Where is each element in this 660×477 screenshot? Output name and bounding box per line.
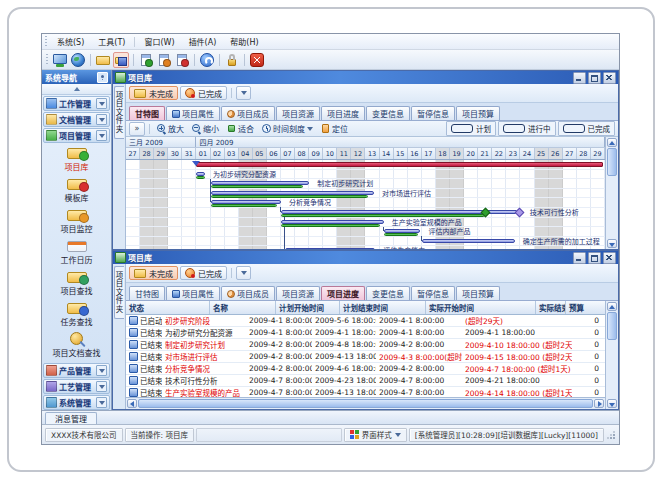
lock-icon[interactable] [224, 52, 240, 68]
close-button[interactable] [603, 72, 616, 84]
tab-message-management[interactable]: 消息管理 [45, 412, 97, 424]
sidebar-section-header[interactable]: 产品管理 [43, 363, 110, 378]
panel-tab[interactable]: 甘特图 [129, 286, 165, 300]
gantt-done-bar[interactable] [211, 204, 277, 207]
scroll-up-button[interactable] [607, 302, 617, 311]
gantt-tool-button[interactable]: 缩小 [189, 123, 222, 135]
sidebar-item[interactable]: 项目文档查找 [42, 331, 111, 358]
form-delete-icon[interactable] [174, 52, 190, 68]
gantt-done-bar[interactable] [281, 224, 380, 227]
panel-tab[interactable]: 项目属性 [166, 286, 220, 300]
scrollbar-thumb[interactable] [607, 148, 617, 176]
sidebar-section-header[interactable]: 工作管理 [43, 96, 110, 111]
sidebar-item[interactable]: 模板库 [42, 176, 111, 203]
form-edit-icon[interactable] [156, 52, 172, 68]
gantt-plan-bar[interactable] [196, 172, 204, 176]
gantt-plan-bar[interactable] [281, 220, 384, 224]
maximize-button[interactable] [588, 72, 601, 84]
sep[interactable] [194, 54, 195, 66]
gantt-plan-bar[interactable] [422, 239, 515, 243]
panel-tab[interactable]: 项目进度 [321, 286, 365, 300]
form-new-icon[interactable] [138, 52, 154, 68]
gantt-done-bar[interactable] [211, 185, 304, 188]
minimize-button[interactable] [573, 72, 586, 84]
sidebar-section-header[interactable]: 工艺管理 [43, 379, 110, 394]
table-window-titlebar[interactable]: 项目库 [113, 251, 618, 264]
gantt-tool-button[interactable]: 放大 [154, 123, 187, 135]
column-header[interactable]: 实际开始时间 [426, 301, 536, 314]
resize-grip[interactable] [606, 429, 616, 441]
panel-tab[interactable]: 项目成员 [221, 286, 275, 300]
sidebar-section-header[interactable]: 项目管理 [43, 128, 110, 143]
scroll-left-button[interactable] [127, 399, 137, 408]
scroll-up-button[interactable] [607, 138, 617, 147]
gantt-plan-bar[interactable] [285, 248, 375, 249]
sidebar-item[interactable]: 项目查找 [42, 269, 111, 296]
panel-tab[interactable]: 项目预算 [456, 106, 500, 120]
scrollbar-thumb[interactable] [607, 312, 617, 340]
column-header[interactable]: 状态 [126, 301, 210, 314]
panel-tab[interactable]: 暂停信息 [411, 286, 455, 300]
filter-button[interactable]: 已完成 [180, 86, 227, 100]
exit-icon[interactable] [249, 52, 265, 68]
panel-tab[interactable]: 变更信息 [366, 106, 410, 120]
globe-icon[interactable] [70, 52, 86, 68]
scrollbar-thumb[interactable] [138, 399, 593, 408]
filter-button[interactable]: 未完成 [129, 266, 178, 280]
menu-item[interactable]: 工具(T) [91, 35, 132, 48]
sidebar-section-header[interactable]: 文档管理 [43, 112, 110, 127]
sep[interactable] [90, 54, 91, 66]
section-toggle-button[interactable] [96, 98, 107, 109]
section-toggle-button[interactable] [96, 365, 107, 376]
sidebar-item[interactable]: 项目监控 [42, 207, 111, 234]
sep[interactable] [244, 54, 245, 66]
gantt-done-bar[interactable] [211, 195, 369, 198]
panel-tab[interactable]: 项目进度 [321, 106, 365, 120]
sidebar-item[interactable]: 项目库 [42, 145, 111, 172]
folder-icon[interactable] [95, 52, 111, 68]
sidebar-item[interactable]: 工作日历 [42, 238, 111, 265]
table-vertical-scrollbar[interactable] [605, 301, 618, 409]
scroll-down-button[interactable] [607, 399, 617, 408]
section-toggle-button[interactable] [96, 114, 107, 125]
menu-item[interactable]: 帮助(H) [223, 35, 265, 48]
gantt-done-bar[interactable] [281, 214, 485, 217]
project-folder-tab[interactable]: 项目文件夹 [114, 86, 124, 139]
section-toggle-button[interactable] [96, 381, 107, 392]
gantt-tool-button[interactable]: 适合 [224, 123, 257, 135]
filter-button[interactable]: 未完成 [129, 86, 178, 100]
table-row[interactable]: 已结束 技术可行性分析 2009-4-7 8:00:00 2009-4-23 1… [126, 375, 605, 387]
column-header[interactable]: 预算 [566, 301, 605, 314]
scroll-down-button[interactable] [607, 239, 617, 248]
table-horizontal-scrollbar[interactable] [126, 397, 605, 409]
filter-dropdown-button[interactable] [236, 86, 251, 100]
maximize-button[interactable] [588, 252, 601, 264]
my-computer-icon[interactable] [52, 52, 68, 68]
panel-tab[interactable]: 变更信息 [366, 286, 410, 300]
gantt-tool-button[interactable]: 时间刻度 [259, 123, 316, 135]
menu-item[interactable]: 插件(A) [182, 35, 224, 48]
ui-style-button[interactable]: 界面样式 [344, 428, 407, 442]
panel-tab[interactable]: 甘特图 [129, 106, 165, 120]
gantt-vertical-scrollbar[interactable] [605, 137, 618, 249]
gantt-window-titlebar[interactable]: 项目库 [113, 71, 618, 84]
help-icon[interactable] [199, 52, 215, 68]
table-row[interactable]: 已结束 对市场进行评估 2009-4-2 8:00:00 2009-4-13 1… [126, 351, 605, 363]
section-toggle-button[interactable] [96, 130, 107, 141]
filter-dropdown-button[interactable] [236, 266, 251, 280]
panel-tab[interactable]: 项目成员 [221, 106, 275, 120]
sidebar-section-header[interactable]: 系统管理 [43, 395, 110, 410]
menu-item[interactable]: 系统(S) [50, 35, 91, 48]
sep[interactable] [133, 54, 134, 66]
column-header[interactable]: 计划结束时间 [340, 301, 426, 314]
pin-icon[interactable] [97, 72, 108, 83]
toolbar-overflow-button[interactable]: » [129, 122, 145, 136]
panel-tab[interactable]: 项目属性 [166, 106, 220, 120]
minimize-button[interactable] [573, 252, 586, 264]
section-toggle-button[interactable] [96, 397, 107, 408]
table-row[interactable]: 已结束 制定初步研究计划 2009-4-2 8:00:00 2009-4-8 1… [126, 339, 605, 351]
gantt-tool-button[interactable]: 定位 [318, 123, 351, 135]
menu-item[interactable]: 窗口(W) [137, 35, 181, 48]
gantt-progress-bar[interactable] [196, 162, 603, 167]
table-row[interactable]: 已结束 为初步研究分配资源 2009-4-1 8:00:00 2009-4-1 … [126, 327, 605, 339]
